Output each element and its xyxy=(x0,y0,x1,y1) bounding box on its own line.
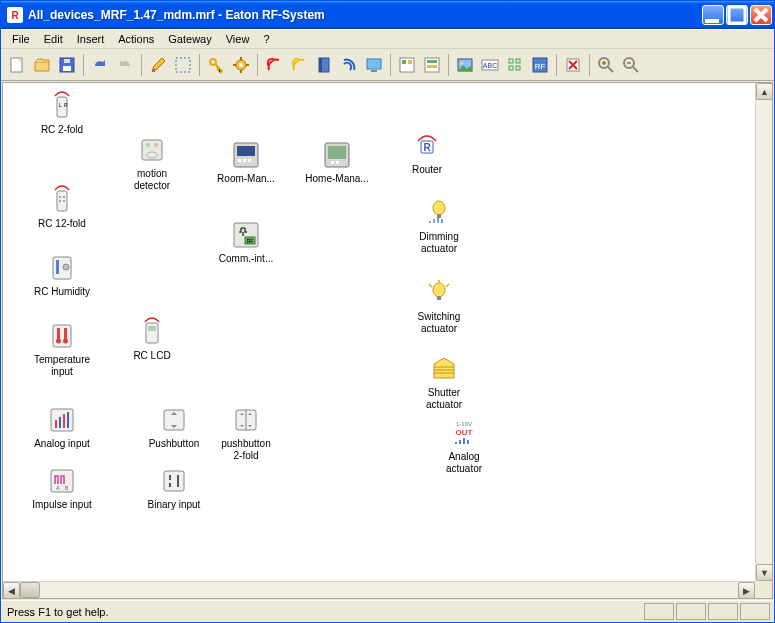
minimize-button[interactable] xyxy=(702,5,724,25)
svg-rect-51 xyxy=(237,146,255,156)
device-comm-interface[interactable]: RF Comm.-int... xyxy=(210,218,282,265)
svg-point-65 xyxy=(63,200,65,202)
save-icon[interactable] xyxy=(55,53,79,77)
menu-gateway[interactable]: Gateway xyxy=(161,31,218,47)
grid-icon[interactable] xyxy=(503,53,527,77)
scroll-thumb[interactable] xyxy=(20,582,40,598)
view1-icon[interactable] xyxy=(395,53,419,77)
svg-rect-58 xyxy=(336,161,339,164)
svg-rect-6 xyxy=(152,69,155,72)
svg-rect-29 xyxy=(509,59,513,63)
close-button[interactable] xyxy=(750,5,772,25)
device-room-manager[interactable]: Room-Man... xyxy=(210,138,282,185)
menu-view[interactable]: View xyxy=(219,31,257,47)
open-icon[interactable] xyxy=(30,53,54,77)
svg-rect-5 xyxy=(64,59,70,63)
svg-rect-53 xyxy=(243,159,246,162)
svg-point-63 xyxy=(63,196,65,198)
zoom-out-icon[interactable] xyxy=(619,53,643,77)
svg-point-77 xyxy=(63,264,69,270)
svg-rect-79 xyxy=(437,296,441,300)
svg-rect-94 xyxy=(55,420,57,428)
edit-icon[interactable] xyxy=(146,53,170,77)
scroll-up-icon[interactable]: ▲ xyxy=(756,83,773,100)
device-label: RC 12-fold xyxy=(38,218,86,230)
svg-rect-21 xyxy=(408,60,412,64)
menu-actions[interactable]: Actions xyxy=(111,31,161,47)
svg-text:L: L xyxy=(59,102,62,108)
scroll-track[interactable] xyxy=(20,582,738,598)
device-pushbutton[interactable]: Pushbutton xyxy=(138,403,210,450)
scroll-left-icon[interactable]: ◀ xyxy=(3,582,20,599)
device-router[interactable]: R Router xyxy=(391,129,463,176)
device-rc-2-fold[interactable]: LR RC 2-fold xyxy=(26,89,98,136)
device-motion-detector[interactable]: motion detector xyxy=(116,133,188,192)
svg-point-47 xyxy=(146,143,150,147)
device-analog-actuator[interactable]: 1-10VOUT Analog actuator xyxy=(428,416,500,475)
device-switching-actuator[interactable]: Switching actuator xyxy=(403,276,475,335)
view2-icon[interactable] xyxy=(420,53,444,77)
abc-icon[interactable]: ABC xyxy=(478,53,502,77)
zoom-in-icon[interactable] xyxy=(594,53,618,77)
menu-insert[interactable]: Insert xyxy=(70,31,112,47)
canvas-wrap: LR RC 2-fold motion detector Room-Man...… xyxy=(2,82,773,599)
rf-red-icon[interactable] xyxy=(262,53,286,77)
vertical-scrollbar[interactable]: ▲ ▼ xyxy=(755,83,772,581)
svg-line-41 xyxy=(633,67,638,72)
device-dimming-actuator[interactable]: Dimming actuator xyxy=(403,196,475,255)
rf-blue-icon[interactable] xyxy=(337,53,361,77)
svg-rect-4 xyxy=(63,66,71,71)
menu-file[interactable]: File xyxy=(5,31,37,47)
device-pushbutton-2-fold[interactable]: pushbutton 2-fold xyxy=(210,403,282,462)
device-impulse-input[interactable]: AB Impulse input xyxy=(26,464,98,511)
device-label: Analog actuator xyxy=(446,451,482,475)
select-icon[interactable] xyxy=(171,53,195,77)
canvas[interactable]: LR RC 2-fold motion detector Room-Man...… xyxy=(3,83,772,598)
device-label: RC LCD xyxy=(133,350,170,362)
menu-edit[interactable]: Edit xyxy=(37,31,70,47)
menu-help[interactable]: ? xyxy=(256,31,276,47)
svg-line-37 xyxy=(608,67,613,72)
svg-rect-54 xyxy=(248,159,251,162)
svg-point-62 xyxy=(59,196,61,198)
svg-text:R: R xyxy=(423,142,431,153)
undo-icon[interactable] xyxy=(88,53,112,77)
impulse-input-icon: AB xyxy=(45,464,79,498)
scroll-right-icon[interactable]: ▶ xyxy=(738,582,755,599)
key-icon[interactable] xyxy=(204,53,228,77)
svg-rect-89 xyxy=(148,326,156,331)
device-label: Temperature input xyxy=(34,354,90,378)
svg-rect-30 xyxy=(516,59,520,63)
svg-rect-84 xyxy=(57,328,60,340)
svg-point-10 xyxy=(239,63,243,67)
book-icon[interactable] xyxy=(312,53,336,77)
svg-rect-7 xyxy=(176,58,190,72)
screen-icon[interactable] xyxy=(362,53,386,77)
maximize-button[interactable] xyxy=(726,5,748,25)
device-home-manager[interactable]: Home-Mana... xyxy=(301,138,373,185)
rf-yellow-icon[interactable] xyxy=(287,53,311,77)
new-icon[interactable] xyxy=(5,53,29,77)
shutter-icon xyxy=(427,352,461,386)
device-binary-input[interactable]: Binary input xyxy=(138,464,210,511)
redo-icon[interactable] xyxy=(113,53,137,77)
device-label: Binary input xyxy=(148,499,201,511)
picture-icon[interactable] xyxy=(453,53,477,77)
device-temperature-input[interactable]: Temperature input xyxy=(26,319,98,378)
device-shutter-actuator[interactable]: Shutter actuator xyxy=(408,352,480,411)
svg-line-81 xyxy=(446,284,449,287)
device-rc-lcd[interactable]: RC LCD xyxy=(116,315,188,362)
menubar: File Edit Insert Actions Gateway View ? xyxy=(1,29,774,49)
delete-icon[interactable] xyxy=(561,53,585,77)
scroll-down-icon[interactable]: ▼ xyxy=(756,564,773,581)
rf-box-icon[interactable]: RF xyxy=(528,53,552,77)
scroll-track[interactable] xyxy=(756,100,772,564)
gear-icon[interactable] xyxy=(229,53,253,77)
device-rc-humidity[interactable]: RC Humidity xyxy=(26,251,98,298)
svg-rect-56 xyxy=(328,146,346,159)
device-label: motion detector xyxy=(134,168,170,192)
remote-icon xyxy=(45,183,79,217)
device-analog-input[interactable]: Analog input xyxy=(26,403,98,450)
horizontal-scrollbar[interactable]: ◀ ▶ xyxy=(3,581,755,598)
device-rc-12-fold[interactable]: RC 12-fold xyxy=(26,183,98,230)
